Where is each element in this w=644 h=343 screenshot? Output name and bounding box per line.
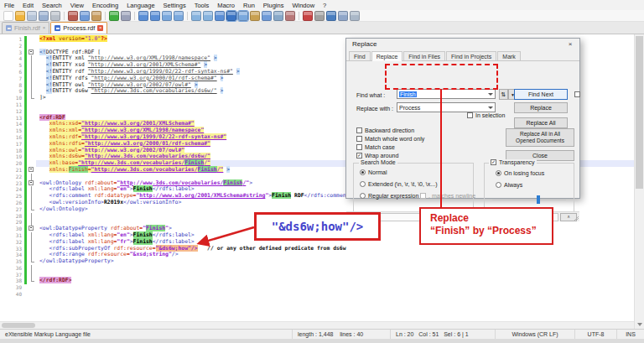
- status-insert-mode[interactable]: INS: [616, 330, 644, 339]
- code-line-38[interactable]: 38</rdf:RDF>: [0, 278, 634, 284]
- word-wrap-icon[interactable]: [215, 11, 225, 21]
- fold-margin: [27, 213, 36, 220]
- horizontal-scrollbar[interactable]: [0, 321, 634, 329]
- menu-encoding[interactable]: Encoding: [88, 2, 122, 9]
- code-line-37[interactable]: 37: [0, 272, 634, 278]
- swap-button[interactable]: ⇅: [499, 89, 508, 100]
- undo-icon[interactable]: [109, 11, 119, 21]
- fold-collapse-icon[interactable]: [27, 167, 36, 174]
- match-case-checkbox[interactable]: Match case: [356, 144, 395, 150]
- search-mode-extended-radio[interactable]: Extended (\n, \r, \t, \0, \x...): [360, 181, 437, 187]
- horizontal-scrollbar-thumb[interactable]: [2, 323, 35, 328]
- tab-close-icon[interactable]: ×: [43, 25, 46, 31]
- find-icon[interactable]: [138, 11, 148, 21]
- monitoring-icon[interactable]: [285, 11, 295, 21]
- code-line-35[interactable]: 35</owl:DatatypeProperty>: [0, 258, 634, 265]
- menu-search[interactable]: Search: [38, 2, 66, 9]
- menu-view[interactable]: View: [66, 2, 88, 9]
- dialog-tab-mark[interactable]: Mark: [497, 51, 521, 60]
- function-list-icon[interactable]: [250, 11, 260, 21]
- menu-window[interactable]: Window: [288, 2, 319, 9]
- replace-all-button[interactable]: Replace All: [514, 117, 568, 128]
- macro-menu-icon[interactable]: [350, 11, 360, 21]
- dialog-title-bar[interactable]: Replace ×: [346, 39, 579, 49]
- new-file-icon[interactable]: [3, 11, 13, 21]
- paste-icon[interactable]: [91, 11, 101, 21]
- wrap-around-checkbox[interactable]: ✓Wrap around: [356, 153, 398, 159]
- dialog-close-icon[interactable]: ×: [561, 40, 579, 48]
- zoom-in-icon[interactable]: [162, 11, 172, 21]
- show-all-chars-icon[interactable]: [226, 11, 236, 21]
- in-selection-checkbox[interactable]: In selection: [467, 112, 505, 118]
- always-radio[interactable]: Always: [496, 182, 522, 188]
- replace-button[interactable]: Replace: [514, 102, 568, 113]
- transparency-slider-thumb[interactable]: [537, 195, 540, 204]
- code-line-36[interactable]: 36: [0, 265, 634, 272]
- code-line-39[interactable]: 39: [0, 284, 634, 291]
- open-icon[interactable]: [15, 11, 25, 21]
- redo-icon[interactable]: [121, 11, 131, 21]
- dialog-tab-find-in-projects[interactable]: Find in Projects: [446, 51, 496, 60]
- menu-edit[interactable]: Edit: [18, 2, 38, 9]
- on-losing-focus-radio[interactable]: On losing focus: [496, 170, 544, 176]
- save-macro-icon[interactable]: [338, 11, 348, 21]
- menu-file[interactable]: File: [0, 2, 18, 9]
- replace-with-combobox[interactable]: Process: [397, 102, 496, 112]
- tab-finish-rdf[interactable]: Finish.rdf×: [2, 22, 49, 34]
- document-map-icon[interactable]: [262, 11, 272, 21]
- dialog-resize-grip[interactable]: [574, 216, 579, 221]
- dialog-tab-find-in-files[interactable]: Find in Files: [403, 51, 445, 60]
- search-mode-regex-radio[interactable]: Regular expression: [360, 193, 418, 199]
- menu-help[interactable]: ?: [319, 2, 330, 9]
- cut-icon[interactable]: [68, 11, 78, 21]
- play-macro-icon[interactable]: [326, 11, 336, 21]
- line-text: [36, 272, 634, 278]
- line-number: 5: [0, 62, 24, 69]
- replace-all-opened-button[interactable]: Replace All in All Opened Documents: [506, 128, 574, 147]
- tab-process-rdf[interactable]: Process.rdf×: [50, 22, 107, 34]
- match-whole-word-checkbox[interactable]: Match whole word only: [356, 136, 424, 142]
- find-what-combobox[interactable]: Finish: [397, 89, 496, 99]
- replace-icon[interactable]: [150, 11, 160, 21]
- document-switcher-icon[interactable]: [273, 11, 283, 21]
- zoom-out-icon[interactable]: [174, 11, 184, 21]
- find-next-button[interactable]: Find Next: [514, 89, 568, 100]
- menu-tools[interactable]: Tools: [190, 2, 214, 9]
- status-eol-format[interactable]: Windows (CR LF): [495, 330, 574, 339]
- sync-vertical-icon[interactable]: [191, 11, 201, 21]
- indent-guide-icon[interactable]: [238, 11, 248, 21]
- menu-macro[interactable]: Macro: [213, 2, 239, 9]
- record-macro-icon[interactable]: [303, 11, 313, 21]
- stop-macro-icon[interactable]: [314, 11, 325, 21]
- save-all-icon[interactable]: [39, 11, 49, 21]
- fold-collapse-icon[interactable]: [27, 180, 36, 187]
- vertical-scrollbar[interactable]: [634, 34, 644, 329]
- menu-settings[interactable]: Settings: [159, 2, 190, 9]
- backward-direction-checkbox[interactable]: Backward direction: [356, 127, 414, 133]
- transparency-slider[interactable]: [492, 199, 566, 200]
- notepad-plus-plus-window: FileEditSearchViewEncodingLanguageSettin…: [0, 0, 644, 343]
- menu-language[interactable]: Language: [122, 2, 158, 9]
- print-icon[interactable]: [50, 11, 60, 21]
- copy-icon[interactable]: [80, 11, 90, 21]
- save-icon[interactable]: [27, 11, 37, 21]
- combo-dropdown-icon[interactable]: [488, 93, 493, 96]
- fold-collapse-icon[interactable]: [27, 49, 36, 56]
- transparency-checkbox[interactable]: ✓Transparency: [489, 159, 537, 165]
- sync-horizontal-icon[interactable]: [203, 11, 213, 21]
- status-encoding[interactable]: UTF-8: [574, 330, 616, 339]
- two-buttons-mode-checkbox[interactable]: [574, 91, 580, 97]
- menu-plugins[interactable]: Plugins: [259, 2, 288, 9]
- search-mode-normal-radio[interactable]: Normal: [360, 169, 387, 175]
- tab-close-icon[interactable]: ×: [97, 25, 103, 31]
- dialog-tab-find[interactable]: Find: [349, 51, 371, 60]
- fold-collapse-icon[interactable]: [27, 226, 36, 232]
- separator: [299, 12, 299, 20]
- menu-run[interactable]: Run: [239, 2, 259, 9]
- code-line-40[interactable]: 40: [0, 291, 634, 298]
- combo-dropdown-icon[interactable]: [488, 107, 493, 109]
- vertical-scrollbar-thumb[interactable]: [636, 36, 643, 189]
- scroll-down-arrow-icon[interactable]: [637, 323, 642, 326]
- line-text: </rdf:RDF>: [36, 278, 634, 284]
- checkbox-box[interactable]: [467, 112, 473, 118]
